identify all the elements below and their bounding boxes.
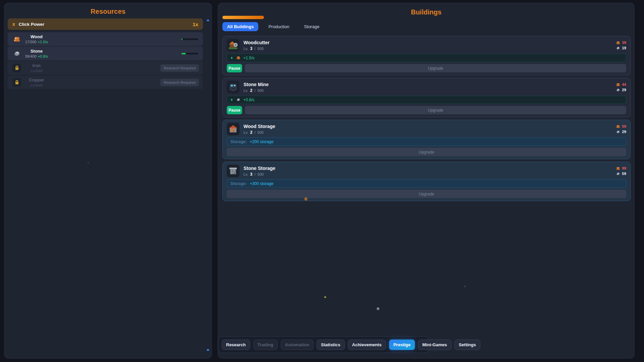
wood-cost-icon	[616, 124, 620, 129]
cost-wood: 39	[622, 41, 626, 45]
storage-info-strip: Storage: +200 storage	[227, 137, 626, 146]
resource-amount: 17/300	[25, 40, 37, 44]
lock-icon	[12, 64, 21, 72]
stone-icon	[236, 98, 240, 102]
building-card-stone-mine: Stone Mine Lv.2/500 44	[222, 78, 631, 117]
scroll-down-icon[interactable]	[206, 349, 210, 351]
building-name: Stone Storage	[244, 166, 616, 171]
resource-rate: +0.8/s	[38, 54, 48, 58]
storage-label: Storage:	[230, 139, 247, 144]
upgrade-button[interactable]: Upgrade	[245, 106, 626, 114]
wood-cost-icon	[616, 41, 620, 45]
resource-rate: +1.5/s	[38, 40, 48, 44]
stone-storage-icon	[227, 165, 239, 177]
building-name: Stone Mine	[244, 82, 616, 87]
tab-all-buildings[interactable]: All Buildings	[222, 22, 258, 31]
stone-cost-icon	[616, 130, 620, 134]
resources-list: x Click Power 1x Wood 17/300+1.5/s	[4, 15, 212, 89]
resources-panel: Resources x Click Power 1x Wood 17/300+1	[4, 3, 212, 359]
storage-info-strip: Storage: +300 storage	[227, 179, 626, 188]
resource-name: Copper	[29, 77, 44, 82]
cost-wood: 99	[622, 166, 626, 170]
lock-icon	[12, 78, 21, 87]
wood-icon	[13, 35, 21, 43]
buildings-tabs: All Buildings Production Storage	[222, 22, 324, 31]
production-rate: +1.5/s	[244, 56, 255, 60]
cost-stone: 59	[622, 172, 626, 176]
building-level-max: 500	[258, 130, 264, 134]
stone-cost-icon	[616, 46, 620, 50]
stone-cost-icon	[616, 88, 620, 92]
production-rate-strip: + +1.5/s	[227, 54, 626, 62]
storage-label: Storage:	[230, 181, 247, 186]
woodcutter-icon	[227, 39, 239, 52]
buildings-panel: Buildings All Buildings Production Stora…	[218, 3, 635, 359]
stone-mine-icon	[227, 81, 239, 94]
wood-cost-icon	[616, 82, 620, 87]
buildings-title: Buildings	[411, 8, 441, 16]
research-required-button[interactable]: Research Required	[160, 79, 199, 86]
click-power-label: Click Power	[19, 22, 189, 27]
plus-icon: +	[230, 97, 233, 102]
locked-label: Locked	[31, 83, 42, 87]
pause-button[interactable]: Pause	[227, 106, 242, 114]
nav-achievements-button[interactable]: Achievements	[348, 340, 386, 350]
building-level: 3	[250, 172, 253, 177]
wood-cost-icon	[616, 166, 620, 171]
building-level-max: 500	[258, 47, 264, 51]
storage-value: +300 storage	[250, 181, 273, 186]
resource-row-copper[interactable]: Copper Locked Research Required	[8, 75, 203, 89]
cost-stone: 19	[622, 46, 626, 50]
nav-trading-button[interactable]: Trading	[253, 340, 278, 350]
nav-research-button[interactable]: Research	[222, 340, 250, 350]
resource-amount: 99/400	[25, 54, 37, 58]
building-card-wood-storage: Wood Storage Lv.2/500 59	[222, 120, 631, 159]
pause-button[interactable]: Pause	[227, 64, 242, 72]
upgrade-button[interactable]: Upgrade	[227, 148, 626, 156]
building-level: 3	[250, 46, 253, 51]
building-card-woodcutter: Woodcutter Lv.3/500 39	[222, 36, 631, 75]
upgrade-button[interactable]: Upgrade	[227, 190, 626, 198]
building-level: 2	[250, 88, 253, 93]
storage-value: +200 storage	[250, 139, 273, 144]
particle-gold	[324, 296, 326, 298]
click-power-row[interactable]: x Click Power 1x	[8, 18, 203, 30]
resource-name: Stone	[31, 49, 43, 54]
building-level-max: 500	[258, 88, 264, 93]
stone-progress-bar	[181, 53, 198, 54]
building-name: Wood Storage	[244, 124, 616, 129]
nav-automation-button[interactable]: Automation	[281, 340, 314, 350]
nav-settings-button[interactable]: Settings	[454, 340, 480, 350]
cost-wood: 44	[622, 82, 626, 86]
wood-icon	[236, 56, 240, 60]
buildings-list: Woodcutter Lv.3/500 39	[222, 36, 631, 201]
nav-mini-games-button[interactable]: Mini-Games	[418, 340, 451, 350]
click-power-icon: x	[12, 21, 15, 27]
nav-statistics-button[interactable]: Statistics	[317, 340, 345, 350]
bottom-navigation: Research Trading Automation Statistics A…	[218, 336, 429, 353]
production-rate: +0.8/s	[244, 98, 255, 102]
wood-storage-icon	[227, 123, 239, 135]
upgrade-button[interactable]: Upgrade	[245, 64, 626, 72]
scroll-up-icon[interactable]	[206, 19, 210, 21]
xp-progress-bar	[222, 16, 264, 19]
building-card-stone-storage: Stone Storage Lv.3/500 99	[222, 162, 631, 201]
wood-progress-bar	[181, 38, 198, 40]
resource-row-stone[interactable]: Stone 99/400+0.8/s	[8, 47, 203, 60]
stone-cost-icon	[616, 172, 620, 176]
particle-wood	[305, 197, 307, 200]
resource-row-iron[interactable]: Iron Locked Research Required	[8, 61, 203, 75]
cost-stone: 29	[622, 130, 626, 134]
resources-title: Resources	[4, 3, 212, 15]
tab-production[interactable]: Production	[264, 22, 294, 31]
stone-icon	[13, 50, 21, 58]
particle-dust	[88, 162, 89, 164]
locked-label: Locked	[31, 69, 42, 73]
production-rate-strip: + +0.8/s	[227, 96, 626, 104]
building-level: 2	[250, 130, 253, 135]
research-required-button[interactable]: Research Required	[160, 64, 199, 72]
resource-row-wood[interactable]: Wood 17/300+1.5/s	[8, 32, 203, 46]
cost-stone: 29	[622, 88, 626, 92]
nav-prestige-button[interactable]: Prestige	[389, 340, 415, 350]
tab-storage[interactable]: Storage	[300, 22, 324, 31]
